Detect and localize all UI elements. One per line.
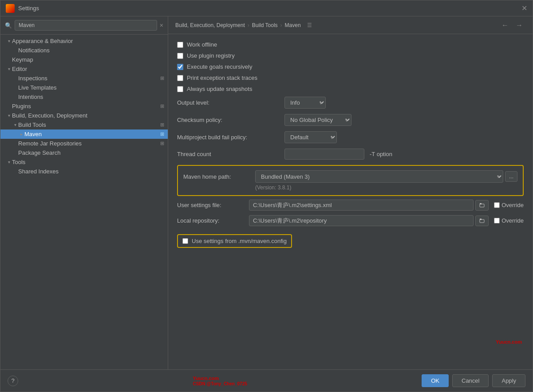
sidebar-item-build-tools[interactable]: Build Tools ⊞ (0, 120, 168, 129)
output-level-select[interactable]: Info Debug Warn Error (284, 97, 326, 109)
maven-home-select-wrap: Bundled (Maven 3) Use Maven wrapper Cust… (255, 170, 517, 183)
sidebar-label-intentions: Intentions (18, 94, 168, 100)
sidebar-item-editor[interactable]: Editor (0, 64, 168, 74)
sidebar-tree: Appearance & Behavior Notifications Keym… (0, 35, 168, 369)
sidebar-item-live-templates[interactable]: Live Templates (0, 83, 168, 92)
sidebar-label-build-execution: Build, Execution, Deployment (12, 112, 168, 119)
sidebar-item-tools[interactable]: Tools (0, 157, 168, 167)
sidebar: 🔍 × Appearance & Behavior Notifications (0, 16, 168, 369)
sidebar-item-remote-jar[interactable]: Remote Jar Repositories ⊞ (0, 139, 168, 148)
sidebar-item-build-execution[interactable]: Build, Execution, Deployment (0, 111, 168, 120)
close-button[interactable]: ✕ (521, 4, 527, 12)
ok-button[interactable]: OK (422, 374, 449, 387)
expand-arrow-live-templates (12, 85, 18, 91)
user-settings-browse-button[interactable] (475, 200, 489, 211)
maven-home-select[interactable]: Bundled (Maven 3) Use Maven wrapper Cust… (255, 170, 503, 183)
nav-back-button[interactable]: ← (499, 20, 511, 30)
thread-count-input[interactable] (284, 149, 364, 160)
maven-version-text: (Version: 3.8.1) (255, 184, 517, 191)
use-settings-checkbox[interactable] (182, 238, 188, 244)
expand-arrow-appearance (6, 38, 12, 44)
expand-arrow-maven (18, 131, 24, 137)
local-repo-override-label[interactable]: Override (501, 217, 524, 224)
cancel-button[interactable]: Cancel (452, 374, 489, 387)
sidebar-item-shared-indexes[interactable]: Shared Indexes (0, 167, 168, 176)
user-settings-row: User settings file: Override (177, 200, 524, 211)
checksum-policy-select[interactable]: No Global Policy Fail Warn Ignore (284, 114, 351, 126)
work-offline-row: Work offline (177, 41, 524, 48)
checksum-policy-select-wrapper: No Global Policy Fail Warn Ignore (284, 114, 351, 126)
sidebar-item-intentions[interactable]: Intentions (0, 92, 168, 102)
multiproject-policy-select[interactable]: Default Fail At End Fail Never (284, 131, 337, 143)
expand-arrow-plugins (6, 103, 12, 110)
local-repo-override-checkbox[interactable] (494, 218, 500, 223)
always-update-label[interactable]: Always update snapshots (187, 86, 252, 92)
t-option-label: -T option (370, 151, 392, 157)
always-update-row: Always update snapshots (177, 86, 524, 92)
sidebar-item-plugins[interactable]: Plugins ⊞ (0, 102, 168, 111)
watermark-bottom: Yuucn.comCSDN @Tony_Chen_0725 (193, 376, 247, 386)
sidebar-label-maven: Maven (24, 131, 160, 137)
search-input[interactable] (15, 20, 157, 31)
breadcrumb-navigation: ← → (499, 20, 525, 30)
expand-arrow-intentions (12, 94, 18, 100)
sidebar-item-keymap[interactable]: Keymap (0, 55, 168, 64)
expand-arrow-shared-indexes (12, 169, 18, 175)
maven-home-select-wrapper: Bundled (Maven 3) Use Maven wrapper Cust… (255, 170, 503, 183)
sidebar-label-editor: Editor (12, 66, 168, 72)
multiproject-policy-label: Multiproject build fail policy: (177, 134, 279, 141)
titlebar: Settings ✕ (0, 0, 533, 16)
bottom-bar: ? Yuucn.comCSDN @Tony_Chen_0725 OK Cance… (0, 369, 533, 392)
nav-forward-button[interactable]: → (513, 20, 525, 30)
local-repo-browse-button[interactable] (475, 216, 489, 226)
apply-button[interactable]: Apply (492, 374, 525, 387)
expand-arrow-build-tools (12, 122, 18, 128)
execute-goals-label[interactable]: Execute goals recursively (187, 63, 252, 70)
help-button[interactable]: ? (8, 376, 18, 386)
local-repo-input[interactable] (249, 215, 474, 226)
breadcrumb-menu-button[interactable]: ☰ (307, 22, 312, 28)
sidebar-item-appearance-behavior[interactable]: Appearance & Behavior (0, 36, 168, 46)
sidebar-item-package-search[interactable]: Package Search (0, 148, 168, 157)
thread-count-row: Thread count -T option (177, 149, 524, 160)
sidebar-item-notifications[interactable]: Notifications (0, 46, 168, 55)
sidebar-label-shared-indexes: Shared Indexes (18, 168, 168, 175)
breadcrumb-sep-1: › (248, 22, 249, 28)
main-content: 🔍 × Appearance & Behavior Notifications (0, 16, 533, 369)
sidebar-label-build-tools: Build Tools (18, 122, 160, 128)
maven-home-browse-button[interactable]: ... (505, 171, 517, 182)
sidebar-label-appearance: Appearance & Behavior (12, 38, 168, 44)
expand-arrow-build-execution (6, 113, 12, 119)
search-bar: 🔍 × (0, 16, 168, 35)
thread-count-label: Thread count (177, 151, 279, 157)
user-settings-override-checkbox[interactable] (494, 202, 500, 208)
user-settings-override-label[interactable]: Override (501, 202, 524, 208)
expand-arrow-inspections (12, 75, 18, 82)
expand-arrow-notifications (12, 47, 18, 54)
work-offline-label[interactable]: Work offline (187, 41, 217, 48)
use-plugin-registry-label[interactable]: Use plugin registry (187, 52, 235, 59)
breadcrumb-sep-2: › (280, 22, 282, 28)
local-repo-label: Local repository: (177, 217, 244, 224)
use-settings-label[interactable]: Use settings from .mvn/maven.config (192, 238, 287, 244)
breadcrumb-part-3: Maven (285, 22, 301, 28)
use-plugin-registry-checkbox[interactable] (177, 53, 183, 59)
search-clear-button[interactable]: × (160, 22, 163, 29)
sidebar-item-maven[interactable]: Maven ⊞ (0, 129, 168, 139)
svg-rect-3 (480, 219, 482, 220)
print-exception-checkbox[interactable] (177, 75, 183, 81)
window-title: Settings (18, 5, 521, 12)
execute-goals-checkbox[interactable] (177, 64, 183, 70)
maven-home-row: Maven home path: Bundled (Maven 3) Use M… (183, 170, 517, 183)
user-settings-input[interactable] (249, 200, 474, 211)
print-exception-label[interactable]: Print exception stack traces (187, 74, 257, 81)
expand-arrow-package-search (12, 150, 18, 156)
breadcrumb-part-2[interactable]: Build Tools (252, 22, 278, 28)
work-offline-checkbox[interactable] (177, 42, 183, 48)
always-update-checkbox[interactable] (177, 86, 183, 92)
sidebar-item-inspections[interactable]: Inspections ⊞ (0, 74, 168, 83)
breadcrumb-part-1[interactable]: Build, Execution, Deployment (175, 22, 245, 28)
sidebar-label-remote-jar: Remote Jar Repositories (18, 140, 160, 147)
print-exception-row: Print exception stack traces (177, 74, 524, 81)
use-settings-section: Use settings from .mvn/maven.config (177, 234, 292, 248)
